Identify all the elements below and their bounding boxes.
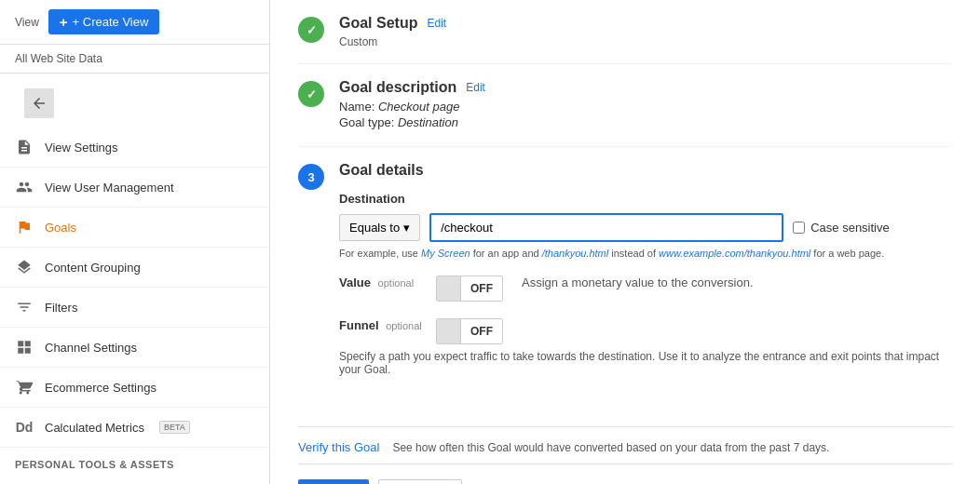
value-label: Value [339, 276, 371, 289]
case-sensitive-checkbox[interactable] [793, 222, 805, 234]
step2-content: Goal description Edit Name: Checkout pag… [339, 79, 952, 131]
step1-meta: Custom [339, 35, 952, 48]
destination-input[interactable] [429, 213, 783, 242]
step2-indicator: ✓ [298, 81, 324, 107]
sidebar-item-label: Filters [45, 301, 77, 315]
hint-thankyou-link[interactable]: /thankyou.html [542, 248, 609, 259]
funnel-label-col: Funnel optional [339, 318, 423, 332]
toggle-handle [437, 276, 461, 301]
verify-goal-link[interactable]: Verify this Goal [298, 440, 379, 454]
case-sensitive-label: Case sensitive [810, 221, 890, 235]
step1-indicator: ✓ [298, 17, 324, 43]
verify-section: Verify this Goal See how often this Goal… [298, 426, 952, 454]
filter-icon [15, 298, 34, 316]
personal-section-header: PERSONAL TOOLS & ASSETS [0, 448, 269, 474]
name-value: Checkout page [378, 100, 459, 114]
value-toggle-button[interactable]: OFF [436, 276, 503, 302]
step3-content: Goal details Destination Equals to ▾ [339, 162, 952, 402]
sidebar-item-channel-settings[interactable]: Channel Settings [0, 328, 269, 368]
destination-row: Equals to ▾ Case sensitive [339, 213, 952, 242]
step3-title: Goal details [339, 162, 424, 179]
calc-icon: Dd [15, 418, 34, 437]
sidebar-item-ecommerce-settings[interactable]: Ecommerce Settings [0, 368, 269, 408]
step1-edit-link[interactable]: Edit [427, 17, 446, 30]
name-label: Name: [339, 100, 374, 114]
value-toggle-off: OFF [461, 282, 502, 295]
users-icon [15, 178, 34, 196]
document-icon [15, 138, 34, 156]
sidebar-item-goals[interactable]: Goals [0, 208, 269, 248]
type-value: Destination [398, 115, 458, 129]
hint-text: For example, use My Screen for an app an… [339, 248, 952, 259]
value-desc: Assign a monetary value to the conversio… [522, 276, 754, 289]
step1-content: Goal Setup Edit Custom [339, 15, 952, 48]
equals-to-button[interactable]: Equals to ▾ [339, 214, 420, 241]
goal-details-form: Destination Equals to ▾ Case sensitive [339, 182, 952, 402]
verify-desc: See how often this Goal would have conve… [392, 441, 829, 454]
type-label: Goal type: [339, 115, 394, 129]
main-content: ✓ Goal Setup Edit Custom ✓ Goal descript… [270, 0, 980, 484]
step2-name-row: Name: Checkout page [339, 100, 952, 114]
sidebar-item-label: Ecommerce Settings [45, 381, 157, 395]
funnel-section: Funnel optional OFF Specify a path you e… [339, 318, 952, 376]
sidebar-item-label: View Settings [45, 141, 118, 155]
sidebar-item-calculated-metrics[interactable]: Dd Calculated Metrics BETA [0, 408, 269, 448]
toggle-handle [437, 319, 461, 343]
sidebar: View + + Create View All Web Site Data V… [0, 0, 270, 484]
layers-icon [15, 258, 34, 276]
cancel-button[interactable]: Cancel [378, 479, 462, 484]
step2-edit-link[interactable]: Edit [466, 81, 485, 94]
sidebar-item-label: Calculated Metrics [45, 421, 144, 435]
destination-label: Destination [339, 192, 952, 206]
sidebar-item-user-management[interactable]: View User Management [0, 168, 269, 208]
sidebar-item-label: Goals [45, 221, 76, 235]
funnel-label: Funnel [339, 318, 379, 332]
grid-icon [15, 338, 34, 356]
cart-icon [15, 378, 34, 397]
value-label-col: Value optional [339, 276, 423, 289]
sidebar-item-label: Content Grouping [45, 261, 141, 275]
case-sensitive-row: Case sensitive [793, 221, 890, 235]
sidebar-header: View + + Create View [0, 0, 269, 45]
sidebar-item-view-settings[interactable]: View Settings [0, 128, 269, 168]
value-section: Value optional OFF Assign a monetary val… [339, 276, 952, 302]
sidebar-item-filters[interactable]: Filters [0, 288, 269, 328]
funnel-toggle-off: OFF [461, 325, 502, 338]
step2-type-row: Goal type: Destination [339, 115, 952, 129]
step3-indicator: 3 [298, 164, 324, 190]
funnel-optional: optional [386, 320, 422, 331]
action-row: Save Cancel [298, 464, 952, 484]
flag-icon [15, 218, 34, 236]
hint-my-screen-link[interactable]: My Screen [421, 248, 470, 259]
funnel-toggle-button[interactable]: OFF [436, 318, 503, 344]
goal-description-step: ✓ Goal description Edit Name: Checkout p… [298, 64, 952, 147]
sidebar-item-label: Channel Settings [45, 341, 137, 355]
chevron-down-icon: ▾ [403, 221, 410, 235]
site-name: All Web Site Data [0, 45, 269, 74]
step1-title: Goal Setup [339, 15, 417, 32]
save-button[interactable]: Save [298, 479, 369, 484]
goal-setup-step: ✓ Goal Setup Edit Custom [298, 0, 952, 64]
value-optional: optional [378, 277, 415, 289]
back-button[interactable] [24, 88, 54, 118]
step2-title: Goal description [339, 79, 456, 96]
goal-details-step: 3 Goal details Destination Equals to ▾ [298, 147, 952, 417]
funnel-desc: Specify a path you expect traffic to tak… [339, 350, 952, 376]
sidebar-item-segments[interactable]: Segments [0, 474, 269, 484]
funnel-toggle-row: Funnel optional OFF [339, 318, 952, 344]
value-toggle-row: Value optional OFF Assign a monetary val… [339, 276, 952, 302]
view-label: View [15, 16, 39, 29]
hint-example-link[interactable]: www.example.com/thankyou.html [659, 248, 810, 259]
beta-badge: BETA [159, 421, 190, 434]
create-view-button[interactable]: + + Create View [48, 9, 160, 34]
sidebar-item-content-grouping[interactable]: Content Grouping [0, 248, 269, 288]
destination-section: Destination Equals to ▾ Case sensitive [339, 192, 952, 259]
sidebar-item-label: View User Management [45, 181, 174, 195]
